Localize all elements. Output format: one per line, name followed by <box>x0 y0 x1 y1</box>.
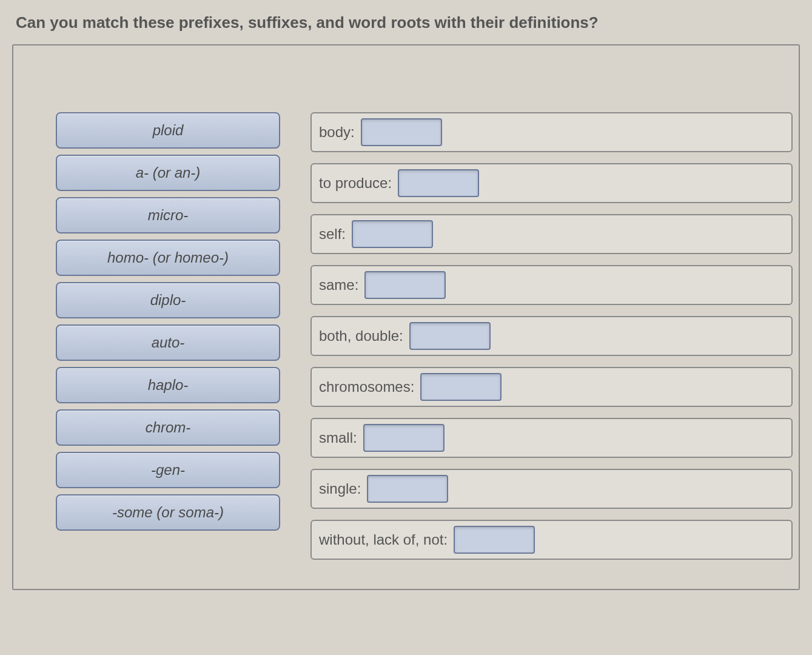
term-tile-gen[interactable]: -gen- <box>56 452 280 488</box>
definition-row-chromosomes: chromosomes: <box>310 367 793 407</box>
matching-frame: ploid a- (or an-) micro- homo- (or homeo… <box>12 44 800 590</box>
definition-row-small: small: <box>310 418 793 458</box>
term-tile-ploid[interactable]: ploid <box>56 112 280 149</box>
term-tile-a[interactable]: a- (or an-) <box>56 155 280 191</box>
definition-label: small: <box>319 429 357 446</box>
dropzone-same[interactable] <box>364 271 446 299</box>
definition-label: to produce: <box>319 175 392 192</box>
dropzone-self[interactable] <box>352 220 433 248</box>
definition-label: single: <box>319 480 361 497</box>
definition-label: without, lack of, not: <box>319 531 448 548</box>
definition-row-self: self: <box>310 214 793 254</box>
dropzone-both-double[interactable] <box>409 322 491 350</box>
dropzone-to-produce[interactable] <box>398 169 479 197</box>
definition-label: body: <box>319 124 355 141</box>
definition-row-to-produce: to produce: <box>310 163 793 203</box>
definitions-column: body: to produce: self: same: both, doub… <box>310 112 793 560</box>
term-tile-auto[interactable]: auto- <box>56 324 280 361</box>
definition-label: same: <box>319 277 358 294</box>
definition-row-same: same: <box>310 265 793 305</box>
term-tile-micro[interactable]: micro- <box>56 197 280 233</box>
definition-label: self: <box>319 226 346 243</box>
definition-label: chromosomes: <box>319 378 414 395</box>
term-tile-chrom[interactable]: chrom- <box>56 409 280 446</box>
definition-row-single: single: <box>310 469 793 509</box>
definition-row-both-double: both, double: <box>310 316 793 356</box>
dropzone-single[interactable] <box>367 475 448 503</box>
term-tile-some[interactable]: -some (or soma-) <box>56 494 280 531</box>
definition-row-body: body: <box>310 112 793 152</box>
dropzone-small[interactable] <box>363 424 445 452</box>
term-tile-homo[interactable]: homo- (or homeo-) <box>56 240 280 276</box>
terms-column: ploid a- (or an-) micro- homo- (or homeo… <box>56 112 280 531</box>
definition-label: both, double: <box>319 328 403 344</box>
dropzone-body[interactable] <box>361 118 442 146</box>
term-tile-diplo[interactable]: diplo- <box>56 282 280 318</box>
question-title: Can you match these prefixes, suffixes, … <box>16 13 800 32</box>
term-tile-haplo[interactable]: haplo- <box>56 367 280 403</box>
dropzone-without[interactable] <box>454 526 535 554</box>
definition-row-without: without, lack of, not: <box>310 520 793 560</box>
dropzone-chromosomes[interactable] <box>420 373 502 401</box>
